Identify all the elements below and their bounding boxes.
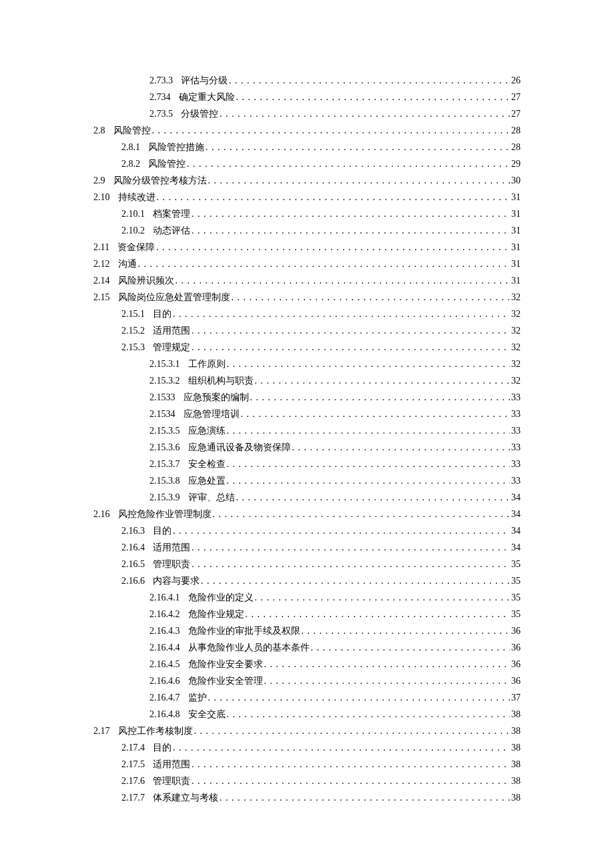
toc-entry[interactable]: 2.73.3评估与分级. . . . . . . . . . . . . . .… [149,72,521,89]
toc-entry-title: 风险管控 [148,155,186,172]
toc-entry-page: 38 [510,706,521,723]
toc-entry-page: 26 [510,72,521,89]
toc-entry[interactable]: 2.734确定重大风险. . . . . . . . . . . . . . .… [149,89,521,105]
toc-leader-dots: . . . . . . . . . . . . . . . . . . . . … [300,622,511,639]
toc-leader-dots: . . . . . . . . . . . . . . . . . . . . … [172,306,510,322]
toc-entry[interactable]: 2.15.3.9评审、总结. . . . . . . . . . . . . .… [149,489,521,506]
toc-entry[interactable]: 2.15.3.6应急通讯设备及物资保障. . . . . . . . . . .… [149,439,521,456]
toc-entry-number: 2.16.4.5 [149,656,188,673]
toc-leader-dots: . . . . . . . . . . . . . . . . . . . . … [174,272,511,289]
toc-entry[interactable]: 2.1533应急预案的编制. . . . . . . . . . . . . .… [149,389,521,406]
toc-entry-page: 32 [510,372,521,389]
toc-entry[interactable]: 2.17.5适用范围. . . . . . . . . . . . . . . … [121,756,521,773]
toc-leader-dots: . . . . . . . . . . . . . . . . . . . . … [226,422,511,439]
toc-entry-page: 32 [510,306,521,322]
toc-entry[interactable]: 2.16.4.1危险作业的定义. . . . . . . . . . . . .… [149,589,521,606]
toc-leader-dots: . . . . . . . . . . . . . . . . . . . . … [254,372,511,389]
toc-entry[interactable]: 2.15.3管理规定. . . . . . . . . . . . . . . … [121,339,521,356]
toc-entry[interactable]: 2.17.4目的. . . . . . . . . . . . . . . . … [121,739,521,756]
toc-entry[interactable]: 2.15.3.5应急演练. . . . . . . . . . . . . . … [149,422,521,439]
toc-entry-number: 2.734 [149,89,179,105]
toc-entry[interactable]: 2.15.2适用范围. . . . . . . . . . . . . . . … [121,322,521,339]
toc-entry[interactable]: 2.16.3目的. . . . . . . . . . . . . . . . … [121,522,521,539]
toc-entry-number: 2.73.3 [149,72,181,89]
toc-leader-dots: . . . . . . . . . . . . . . . . . . . . … [226,472,511,489]
toc-entry-page: 36 [510,639,521,656]
toc-entry-page: 33 [510,406,521,422]
toc-entry[interactable]: 2.14风险辨识频次. . . . . . . . . . . . . . . … [93,272,521,289]
toc-entry-number: 2.17.4 [121,739,153,756]
toc-entry-page: 32 [510,356,521,372]
toc-entry-number: 2.16.4.6 [149,673,188,689]
toc-entry[interactable]: 2.16.4.7监护. . . . . . . . . . . . . . . … [149,689,521,706]
toc-entry-title: 风险辨识频次 [118,272,174,289]
toc-entry-number: 2.15.3.6 [149,439,188,456]
toc-entry-page: 33 [510,456,521,472]
toc-entry-page: 27 [510,89,521,105]
toc-entry[interactable]: 2.10.1档案管理. . . . . . . . . . . . . . . … [121,205,521,222]
toc-entry[interactable]: 2.17风控工作考核制度. . . . . . . . . . . . . . … [93,723,521,739]
toc-entry-title: 动态评估 [153,222,190,239]
toc-entry[interactable]: 2.15.3.8应急处置. . . . . . . . . . . . . . … [149,472,521,489]
toc-entry[interactable]: 2.15风险岗位应急处置管理制度. . . . . . . . . . . . … [93,289,521,306]
toc-entry-number: 2.10.1 [121,205,153,222]
toc-entry[interactable]: 2.8.2风险管控. . . . . . . . . . . . . . . .… [121,155,521,172]
toc-entry-page: 34 [510,489,521,506]
toc-leader-dots: . . . . . . . . . . . . . . . . . . . . … [190,205,510,222]
toc-leader-dots: . . . . . . . . . . . . . . . . . . . . … [190,339,510,356]
toc-entry-title: 应急预案的编制 [184,389,249,406]
toc-entry-page: 32 [510,339,521,356]
toc-entry-title: 应急管理培训 [184,406,240,422]
toc-entry[interactable]: 2.15.3.2组织机构与职责. . . . . . . . . . . . .… [149,372,521,389]
toc-entry-title: 风险管控 [113,122,151,139]
toc-entry[interactable]: 2.16.4.6危险作业安全管理. . . . . . . . . . . . … [149,673,521,689]
toc-entry[interactable]: 2.8.1风险管控措施. . . . . . . . . . . . . . .… [121,139,521,155]
toc-entry[interactable]: 2.17.6管理职责. . . . . . . . . . . . . . . … [121,773,521,789]
toc-entry[interactable]: 2.10持续改进. . . . . . . . . . . . . . . . … [93,189,521,205]
toc-entry[interactable]: 2.16.4.8安全交底. . . . . . . . . . . . . . … [149,706,521,723]
toc-leader-dots: . . . . . . . . . . . . . . . . . . . . … [240,406,511,422]
toc-entry[interactable]: 2.11资金保障. . . . . . . . . . . . . . . . … [93,239,521,256]
toc-entry[interactable]: 2.1534应急管理培训. . . . . . . . . . . . . . … [149,406,521,422]
toc-leader-dots: . . . . . . . . . . . . . . . . . . . . … [172,522,510,539]
toc-entry[interactable]: 2.17.7体系建立与考核. . . . . . . . . . . . . .… [121,789,521,806]
toc-entry[interactable]: 2.16.4.4从事危险作业人员的基本条件. . . . . . . . . .… [149,639,521,656]
toc-entry[interactable]: 2.15.3.1工作原则. . . . . . . . . . . . . . … [149,356,521,372]
toc-entry-number: 2.16.5 [121,556,153,572]
toc-entry-number: 2.12 [93,256,118,272]
toc-entry-page: 28 [510,122,521,139]
toc-entry[interactable]: 2.16.4适用范围. . . . . . . . . . . . . . . … [121,539,521,556]
toc-entry-page: 31 [510,222,521,239]
toc-entry-page: 35 [510,556,521,572]
toc-entry-number: 2.16.4 [121,539,153,556]
toc-entry[interactable]: 2.16.4.2危险作业规定. . . . . . . . . . . . . … [149,606,521,622]
toc-leader-dots: . . . . . . . . . . . . . . . . . . . . … [218,789,510,806]
toc-entry-title: 组织机构与职责 [188,372,254,389]
toc-entry-title: 持续改进 [118,189,156,205]
toc-entry[interactable]: 2.73.5分级管控. . . . . . . . . . . . . . . … [149,105,521,122]
toc-entry[interactable]: 2.16.6内容与要求. . . . . . . . . . . . . . .… [121,572,521,589]
toc-entry-page: 38 [510,773,521,789]
toc-entry[interactable]: 2.16.4.5危险作业安全要求. . . . . . . . . . . . … [149,656,521,673]
toc-entry[interactable]: 2.16.4.3危险作业的审批手续及权限. . . . . . . . . . … [149,622,521,639]
toc-entry-page: 36 [510,622,521,639]
toc-leader-dots: . . . . . . . . . . . . . . . . . . . . … [190,756,510,773]
toc-entry[interactable]: 2.16.5管理职责. . . . . . . . . . . . . . . … [121,556,521,572]
toc-entry[interactable]: 2.15.1目的. . . . . . . . . . . . . . . . … [121,306,521,322]
toc-entry-number: 2.16 [93,506,118,522]
toc-entry[interactable]: 2.16风控危险作业管理制度. . . . . . . . . . . . . … [93,506,521,522]
toc-entry-number: 2.15.3.7 [149,456,188,472]
toc-entry[interactable]: 2.15.3.7安全检查. . . . . . . . . . . . . . … [149,456,521,472]
toc-entry[interactable]: 2.8风险管控. . . . . . . . . . . . . . . . .… [93,122,521,139]
toc-entry-title: 风险管控措施 [148,139,204,155]
toc-entry-title: 沟通 [118,256,137,272]
toc-entry-title: 适用范围 [153,539,190,556]
toc-entry-title: 应急处置 [188,472,226,489]
toc-entry-number: 2.10 [93,189,118,205]
toc-leader-dots: . . . . . . . . . . . . . . . . . . . . … [291,439,511,456]
toc-list: 2.73.3评估与分级. . . . . . . . . . . . . . .… [93,72,521,806]
toc-entry[interactable]: 2.9风险分级管控考核方法. . . . . . . . . . . . . .… [93,172,521,189]
toc-entry-page: 31 [510,272,521,289]
toc-entry[interactable]: 2.10.2动态评估. . . . . . . . . . . . . . . … [121,222,521,239]
toc-entry[interactable]: 2.12沟通. . . . . . . . . . . . . . . . . … [93,256,521,272]
